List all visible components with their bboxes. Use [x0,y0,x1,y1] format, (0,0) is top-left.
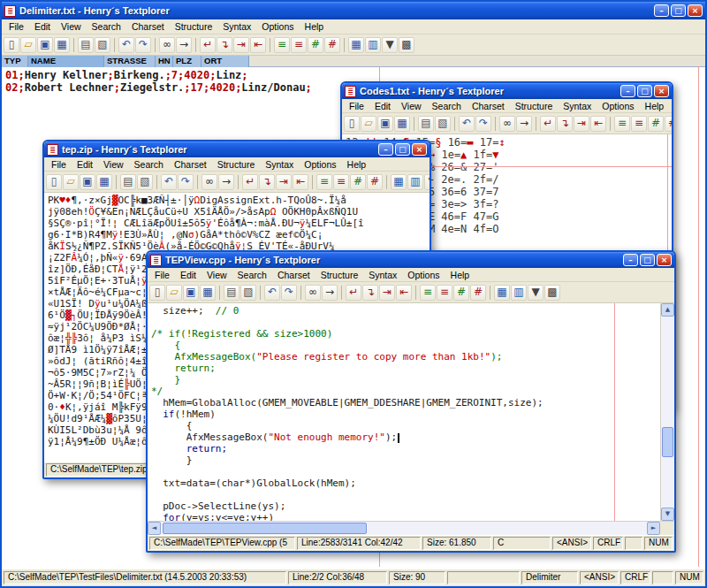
save-file-icon[interactable]: ▣ [183,285,199,301]
editor-area-tepview[interactable]: size++; // 0/* if(!Registered && size>10… [148,303,660,521]
menu-file[interactable]: File [4,19,29,34]
filter-icon[interactable]: ▼ [528,285,544,301]
close-button[interactable]: × [412,143,427,156]
grid-options-icon[interactable]: ▩ [399,37,414,53]
open-folder-icon[interactable]: ▱ [361,116,376,132]
scroll-up-button[interactable]: ▲ [661,303,674,317]
close-button[interactable]: × [654,85,669,97]
outdent-icon[interactable]: ⇤ [590,116,606,132]
close-button[interactable]: × [657,254,672,266]
save-all-icon[interactable]: ▦ [394,116,410,132]
wrap-lines-icon[interactable]: ↵ [200,37,216,53]
find-next-icon[interactable]: → [516,116,532,132]
menu-help[interactable]: Help [640,99,670,113]
undo-icon[interactable]: ↶ [118,37,134,53]
menu-structure[interactable]: Structure [212,157,261,172]
wrap-lines-icon[interactable]: ↵ [242,174,258,190]
filter-icon[interactable]: ▼ [424,174,430,190]
menu-view[interactable]: View [56,19,87,34]
search-icon[interactable]: ∞ [201,174,217,190]
menu-charset[interactable]: Charset [169,157,212,172]
menu-view[interactable]: View [201,268,232,282]
column-mode-icon[interactable]: ▥ [365,37,381,53]
menu-charset[interactable]: Charset [126,19,170,34]
vertical-scroll-thumb[interactable] [662,427,673,457]
print-preview-icon[interactable]: ▧ [240,285,256,301]
structure-list-red-icon[interactable]: ≡ [291,37,307,53]
outdent-icon[interactable]: ⇤ [250,37,266,53]
line-break-icon[interactable]: ↴ [557,116,573,132]
menu-syntax[interactable]: Syntax [363,268,402,282]
vertical-scrollbar[interactable]: ▲ ▼ [660,303,674,521]
table-view-icon[interactable]: ▦ [494,285,510,301]
new-file-icon[interactable]: ▯ [149,285,165,301]
menu-options[interactable]: Options [299,157,341,172]
find-next-icon[interactable]: → [218,174,234,190]
titlebar-tepview[interactable]: ≣ TEPView.cpp - Henry´s Textplorer – □ × [148,252,674,268]
indent-icon[interactable]: ⇥ [574,116,589,132]
titlebar-delimiter[interactable]: ≣ Delimiter.txt - Henry´s Textplorer – □… [2,2,705,19]
menu-search[interactable]: Search [427,99,467,113]
menu-help[interactable]: Help [445,268,475,282]
maximize-button[interactable]: □ [637,85,652,97]
print-icon[interactable]: ▤ [120,174,136,190]
column-header-name[interactable]: NAME [28,56,104,67]
menu-view[interactable]: View [98,157,129,172]
vertical-scroll-track[interactable] [661,317,674,508]
structure-list-red-icon[interactable]: ≡ [437,285,452,301]
menu-file[interactable]: File [149,268,175,282]
find-next-icon[interactable]: → [176,37,192,53]
menu-structure[interactable]: Structure [170,19,218,34]
save-file-icon[interactable]: ▣ [377,116,393,132]
menu-help[interactable]: Help [300,19,330,34]
new-file-icon[interactable]: ▯ [344,116,360,132]
wrap-lines-icon[interactable]: ↵ [346,285,361,301]
menu-options[interactable]: Options [597,99,639,113]
menu-syntax[interactable]: Syntax [260,157,299,172]
new-file-icon[interactable]: ▯ [46,174,62,190]
print-preview-icon[interactable]: ▧ [95,37,110,53]
menu-structure[interactable]: Structure [510,99,559,113]
search-icon[interactable]: ∞ [305,285,321,301]
save-file-icon[interactable]: ▣ [37,37,53,53]
column-mode-icon[interactable]: ▥ [511,285,527,301]
scroll-left-button[interactable]: ◄ [148,522,161,535]
menu-structure[interactable]: Structure [315,268,364,282]
redo-icon[interactable]: ↷ [475,116,491,132]
structure-list-green-icon[interactable]: ≡ [420,285,436,301]
structure-list-red-icon[interactable]: ≡ [631,116,647,132]
hex-view-icon[interactable]: # [648,116,664,132]
table-view-icon[interactable]: ▦ [348,37,364,53]
menu-charset[interactable]: Charset [272,268,315,282]
hex-view-icon[interactable]: # [453,285,469,301]
hex-view-icon[interactable]: # [308,37,323,53]
save-all-icon[interactable]: ▦ [200,285,216,301]
wrap-lines-icon[interactable]: ↵ [540,116,556,132]
minimize-button[interactable]: – [654,4,669,17]
column-mode-icon[interactable]: ▥ [407,174,423,190]
save-all-icon[interactable]: ▦ [54,37,70,53]
grid-options-icon[interactable]: ▩ [544,285,560,301]
hex-view-icon[interactable]: # [350,174,366,190]
menu-file[interactable]: File [46,157,72,172]
undo-icon[interactable]: ↶ [459,116,475,132]
menu-view[interactable]: View [396,99,427,113]
minimize-button[interactable]: – [378,143,393,156]
menu-edit[interactable]: Edit [175,268,201,282]
redo-icon[interactable]: ↷ [178,174,194,190]
line-break-icon[interactable]: ↴ [259,174,275,190]
open-folder-icon[interactable]: ▱ [63,174,79,190]
save-all-icon[interactable]: ▦ [96,174,112,190]
column-header-ort[interactable]: ORT [201,56,249,67]
find-next-icon[interactable]: → [322,285,338,301]
menu-file[interactable]: File [344,99,369,113]
undo-icon[interactable]: ↶ [161,174,177,190]
outdent-icon[interactable]: ⇤ [396,285,412,301]
open-folder-icon[interactable]: ▱ [20,37,36,53]
menu-edit[interactable]: Edit [72,157,98,172]
scroll-right-button[interactable]: ► [647,522,660,535]
minimize-button[interactable]: – [620,85,635,97]
print-preview-icon[interactable]: ▧ [435,116,451,132]
redo-icon[interactable]: ↷ [135,37,151,53]
scroll-down-button[interactable]: ▼ [661,508,674,521]
